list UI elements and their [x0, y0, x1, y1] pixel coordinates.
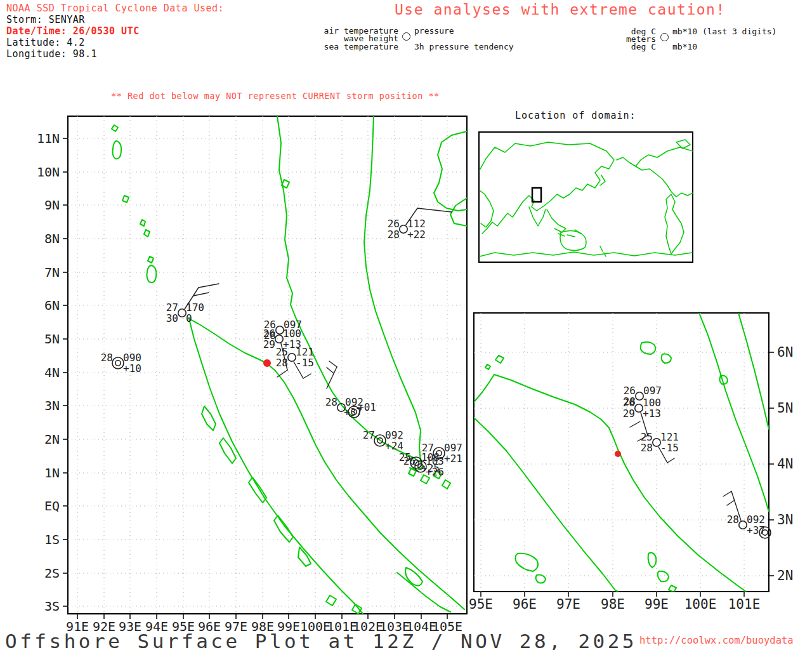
y-axis-label: 8N — [44, 231, 60, 246]
y-axis-label: 6N — [44, 298, 60, 313]
y-axis-label: 4N — [44, 365, 60, 380]
station-value: 26 — [403, 455, 416, 467]
station-plot: 28092+37 — [723, 491, 765, 536]
y-axis-label: 9N — [44, 197, 60, 213]
station-circle-icon — [275, 335, 283, 343]
station-plot: 27092+24 — [363, 429, 403, 452]
y-axis-label: 6N — [777, 345, 793, 360]
wind-barb — [193, 293, 209, 296]
offshore-surface-plot-page: NOAA SSD Tropical Cyclone Data Used: Sto… — [0, 0, 812, 650]
station-value: +01 — [358, 401, 376, 413]
grid-lines — [474, 313, 769, 592]
storm-position-dot — [615, 451, 621, 457]
wind-barb — [727, 500, 735, 505]
station-value: 0 — [186, 312, 192, 324]
world-locator-map — [479, 132, 693, 262]
y-axis-label: 11N — [37, 131, 60, 146]
station-value: +10 — [123, 362, 141, 375]
station-plot: 28090+10 — [101, 352, 141, 375]
y-axis-label: 2S — [44, 566, 60, 581]
station-value: 27 — [363, 429, 375, 441]
y-axis-label: 3N — [777, 512, 793, 527]
storm-position-dot — [263, 359, 271, 367]
plot-canvas: 91E92E93E94E95E96E97E98E99E100E101E102E1… — [0, 0, 812, 650]
coastlines — [112, 116, 467, 614]
y-axis-label: 10N — [37, 164, 60, 180]
y-axis-label: 1N — [44, 465, 60, 481]
station-value: +21 — [444, 453, 462, 465]
station-circle-icon — [288, 354, 296, 361]
x-axis-label: 96E — [513, 597, 537, 612]
station-plot: 27170300 — [166, 284, 219, 324]
source-url-link[interactable]: http://coolwx.com/buoydata — [639, 635, 794, 646]
wind-barb — [303, 374, 311, 378]
wind-barb — [327, 367, 337, 388]
station-value: 28 — [641, 442, 653, 454]
y-axis-label: 2N — [777, 568, 793, 583]
station-circle-icon — [739, 521, 747, 529]
y-axis-label: 7N — [44, 265, 60, 280]
station-value: 28 — [101, 352, 113, 364]
wind-barb — [277, 370, 287, 377]
station-value: 097 — [643, 385, 662, 397]
x-axis-label: 99E — [645, 597, 669, 612]
main-map: 91E92E93E94E95E96E97E98E99E100E101E102E1… — [37, 116, 467, 634]
wind-barb — [199, 284, 219, 288]
station-value: 30 — [166, 312, 178, 324]
station-circle-icon — [115, 361, 121, 366]
y-axis-label: 2N — [44, 432, 60, 447]
station-plot: 2611228+22 — [388, 208, 452, 241]
station-value: -15 — [296, 357, 314, 369]
x-axis-label: 100E — [684, 597, 717, 612]
y-axis-label: 5N — [44, 331, 60, 347]
station-value: 28 — [388, 229, 400, 241]
y-axis-label: 1S — [44, 532, 60, 547]
wind-barb — [329, 361, 337, 367]
station-circle-icon — [178, 309, 186, 317]
station-value: +24 — [385, 440, 403, 452]
plot-title: Offshore Surface Plot at 12Z / NOV 28, 2… — [5, 630, 637, 650]
map-frame — [474, 313, 769, 592]
station-value: 27 — [422, 442, 434, 454]
x-axis-label: 97E — [556, 597, 580, 612]
y-axis-label: 5N — [777, 401, 793, 416]
wind-barb — [327, 368, 334, 373]
station-value: 29 — [623, 408, 635, 420]
x-axis-label: 95E — [469, 597, 493, 612]
wind-barb — [723, 491, 731, 496]
station-value: +37 — [747, 524, 765, 536]
x-axis-label: 98E — [601, 597, 625, 612]
zoom-inset-map: 95E96E97E98E99E100E101E6N5N4N3N2N2609728… — [469, 313, 793, 612]
y-axis-label: 3N — [44, 398, 60, 413]
x-axis-label: 101E — [728, 597, 761, 612]
station-value: 28 — [276, 357, 288, 369]
y-axis-label: EQ — [44, 498, 60, 514]
station-value: 29 — [263, 338, 275, 350]
station-value: 28 — [727, 514, 739, 526]
station-value: +13 — [643, 408, 661, 420]
station-circle-icon — [400, 225, 407, 233]
station-plot: 2512128-15 — [641, 431, 679, 463]
station-value: 28 — [325, 396, 337, 408]
y-axis-label: 4N — [777, 456, 793, 472]
station-circle-icon — [112, 357, 124, 369]
station-value: +22 — [407, 229, 426, 241]
station-plot: 2512128-15 — [276, 346, 314, 378]
station-value: +26 — [426, 466, 444, 478]
coastlines — [480, 140, 693, 256]
wind-barb — [630, 421, 640, 427]
station-value: -15 — [660, 442, 679, 454]
y-axis-label: 3S — [44, 599, 60, 614]
coastlines — [474, 313, 769, 592]
wind-barb — [667, 458, 674, 463]
axis-labels: 91E92E93E94E95E96E97E98E99E100E101E102E1… — [37, 131, 462, 634]
